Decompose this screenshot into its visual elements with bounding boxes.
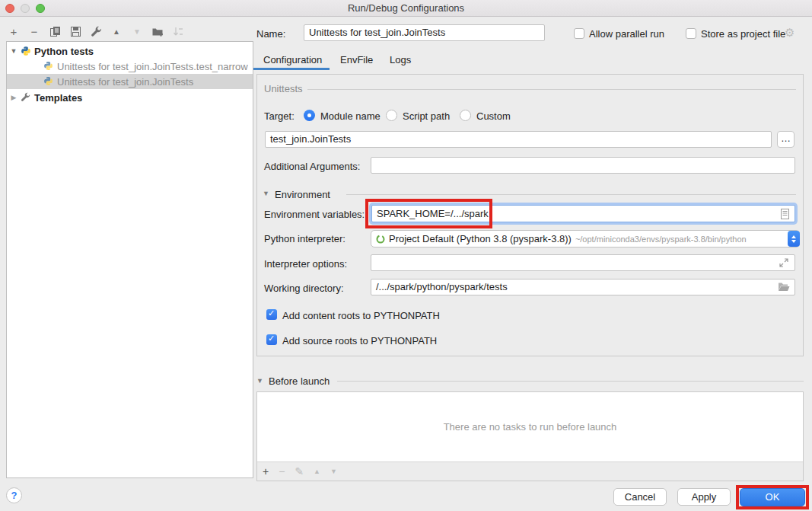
python-interpreter-label: Python interpreter: bbox=[264, 233, 345, 244]
before-launch-panel: There are no tasks to run before launch … bbox=[256, 391, 804, 481]
active-tab-underline bbox=[253, 68, 330, 70]
before-launch-task-list: There are no tasks to run before launch bbox=[257, 392, 803, 462]
group-separator bbox=[307, 89, 796, 90]
before-launch-title[interactable]: Before launch bbox=[269, 375, 330, 387]
name-input[interactable]: Unittests for test_join.JoinTests bbox=[304, 24, 545, 41]
interpreter-path: ~/opt/miniconda3/envs/pyspark-3.8/bin/py… bbox=[575, 235, 747, 244]
tree-item-label: Templates bbox=[34, 92, 82, 104]
expand-field-icon[interactable] bbox=[779, 258, 788, 267]
remove-task-icon[interactable]: − bbox=[279, 465, 285, 477]
target-custom-radio[interactable] bbox=[460, 110, 471, 121]
minimize-window-button[interactable] bbox=[21, 4, 30, 13]
add-task-icon[interactable]: + bbox=[263, 465, 269, 477]
tree-item-label: Unittests for test_join.JoinTests bbox=[57, 76, 193, 88]
before-launch-toolbar: + − ✎ ▲ ▼ bbox=[263, 465, 337, 477]
python-interpreter-select[interactable]: Project Default (Python 3.8 (pyspark-3.8… bbox=[371, 230, 800, 248]
store-as-project-file-checkbox[interactable] bbox=[686, 28, 696, 39]
unittests-group-title: Unittests bbox=[264, 83, 303, 94]
new-folder-icon[interactable] bbox=[151, 25, 164, 37]
run-debug-configurations-dialog: Run/Debug Configurations + − ▲ ▼ ▼ Pyth bbox=[0, 0, 812, 511]
section-separator bbox=[346, 194, 796, 195]
interpreter-dropdown-stepper-icon[interactable] bbox=[788, 231, 800, 247]
edit-templates-icon[interactable] bbox=[90, 25, 102, 37]
tab-envfile[interactable]: EnvFile bbox=[340, 54, 373, 65]
tree-item-jointests-selected[interactable]: Unittests for test_join.JoinTests bbox=[7, 74, 253, 89]
target-script-path-label[interactable]: Script path bbox=[403, 110, 450, 122]
close-window-button[interactable] bbox=[5, 4, 14, 13]
target-script-path-radio[interactable] bbox=[386, 110, 397, 121]
expand-collapse-icon[interactable]: ▼ bbox=[7, 47, 21, 55]
tab-configuration[interactable]: Configuration bbox=[263, 54, 322, 65]
annotation-env-vars-highlight bbox=[365, 199, 492, 228]
section-separator bbox=[337, 381, 804, 382]
edit-environment-variables-icon[interactable] bbox=[781, 209, 789, 219]
add-source-roots-checkbox[interactable] bbox=[266, 334, 277, 345]
apply-button[interactable]: Apply bbox=[677, 488, 731, 506]
sort-configurations-icon[interactable] bbox=[172, 25, 184, 37]
python-test-icon bbox=[43, 76, 54, 87]
tab-logs[interactable]: Logs bbox=[390, 54, 411, 65]
move-down-icon[interactable]: ▼ bbox=[131, 25, 143, 37]
additional-arguments-label: Additional Arguments: bbox=[264, 161, 360, 172]
zoom-window-button[interactable] bbox=[36, 4, 45, 13]
tree-item-templates[interactable]: ▶ Templates bbox=[7, 90, 253, 105]
additional-arguments-input[interactable] bbox=[371, 157, 795, 174]
templates-wrench-icon bbox=[21, 92, 31, 103]
titlebar: Run/Debug Configurations bbox=[0, 0, 812, 17]
store-as-project-file-label[interactable]: Store as project file bbox=[701, 28, 785, 40]
target-module-name-radio[interactable] bbox=[304, 110, 315, 121]
configurations-tree: ▼ Python tests Unittests for test_join.J… bbox=[6, 41, 253, 478]
tree-item-python-tests[interactable]: ▼ Python tests bbox=[7, 43, 253, 59]
project-default-interpreter-icon bbox=[376, 235, 385, 244]
browse-folder-icon[interactable] bbox=[778, 282, 790, 292]
tree-item-label: Unittests for test_join.JoinTests.test_n… bbox=[57, 61, 248, 72]
module-name-input[interactable]: test_join.JoinTests bbox=[265, 131, 772, 148]
name-label: Name: bbox=[256, 28, 285, 40]
add-content-roots-label[interactable]: Add content roots to PYTHONPATH bbox=[282, 310, 440, 321]
expand-collapse-icon[interactable]: ▶ bbox=[7, 94, 21, 101]
allow-parallel-run-label[interactable]: Allow parallel run bbox=[589, 28, 664, 40]
add-source-roots-label[interactable]: Add source roots to PYTHONPATH bbox=[282, 335, 437, 347]
help-button[interactable]: ? bbox=[6, 487, 22, 503]
before-launch-collapse-icon[interactable]: ▼ bbox=[256, 377, 263, 385]
move-up-icon[interactable]: ▲ bbox=[110, 25, 123, 37]
interpreter-options-input[interactable] bbox=[371, 254, 795, 271]
cancel-button[interactable]: Cancel bbox=[613, 488, 667, 506]
python-test-icon bbox=[43, 61, 54, 72]
environment-collapse-icon[interactable]: ▼ bbox=[263, 190, 269, 197]
interpreter-value: Project Default (Python 3.8 (pyspark-3.8… bbox=[389, 233, 572, 244]
save-configuration-icon[interactable] bbox=[69, 25, 81, 37]
interpreter-options-label: Interpreter options: bbox=[264, 258, 347, 270]
tree-item-test-narrow[interactable]: Unittests for test_join.JoinTests.test_n… bbox=[7, 59, 253, 74]
move-task-up-icon[interactable]: ▲ bbox=[314, 468, 320, 475]
allow-parallel-run-checkbox[interactable] bbox=[574, 28, 584, 39]
working-directory-input[interactable]: /.../spark/python/pyspark/tests bbox=[371, 279, 795, 295]
add-configuration-icon[interactable]: + bbox=[8, 25, 20, 37]
annotation-ok-highlight bbox=[736, 485, 809, 509]
store-options-gear-icon[interactable]: ⚙ bbox=[785, 26, 794, 40]
target-custom-label[interactable]: Custom bbox=[476, 110, 511, 122]
environment-section-title[interactable]: Environment bbox=[275, 189, 330, 200]
browse-module-button[interactable]: … bbox=[777, 131, 794, 148]
target-label: Target: bbox=[264, 110, 295, 122]
configurations-toolbar: + − ▲ ▼ bbox=[8, 25, 184, 37]
add-content-roots-checkbox[interactable] bbox=[266, 309, 277, 320]
edit-task-icon[interactable]: ✎ bbox=[295, 465, 304, 477]
copy-configuration-icon[interactable] bbox=[49, 25, 61, 37]
working-directory-label: Working directory: bbox=[264, 283, 344, 294]
python-icon bbox=[21, 46, 31, 56]
move-task-down-icon[interactable]: ▼ bbox=[330, 468, 337, 475]
tree-item-label: Python tests bbox=[34, 46, 94, 57]
target-module-name-label[interactable]: Module name bbox=[320, 110, 381, 122]
window-title: Run/Debug Configurations bbox=[0, 0, 812, 16]
no-tasks-text: There are no tasks to run before launch bbox=[444, 421, 617, 433]
remove-configuration-icon[interactable]: − bbox=[28, 25, 40, 37]
environment-variables-label: Environment variables: bbox=[264, 209, 365, 220]
